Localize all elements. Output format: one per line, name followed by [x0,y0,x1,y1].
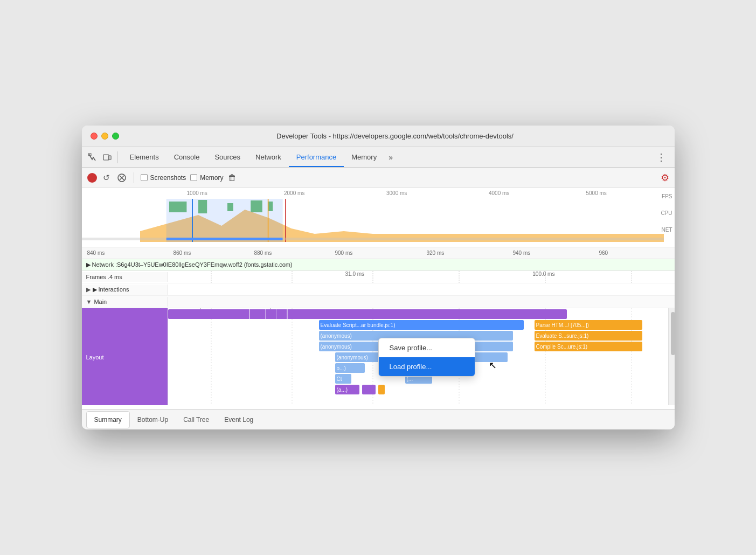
ruler-label-3: 3000 ms [386,190,407,196]
reload-button[interactable]: ↺ [101,172,112,183]
tick-900: 900 ms [335,250,353,256]
ruler-label-5: 5000 ms [586,190,607,196]
memory-checkbox-label[interactable]: Memory [190,174,223,182]
main-header-content [168,296,675,308]
tab-sources[interactable]: Sources [207,147,248,167]
toolbar: ↺ Screenshots Memory 🗑 ⚙ [82,168,675,188]
flame-parse-html[interactable]: Parse HTM.../ [705...]) [535,320,642,330]
tab-memory[interactable]: Memory [344,147,384,167]
ruler-label-1: 1000 ms [187,190,207,196]
tick-920: 920 ms [427,250,445,256]
flame-evaluate-script[interactable]: Evaluate Script...ar bundle.js:1) [319,320,524,330]
context-save-profile[interactable]: Save profile... [379,338,475,357]
tick-840: 840 ms [87,250,105,256]
mini-chart [82,199,664,242]
clear-button[interactable] [116,172,127,183]
tab-bar: Elements Console Sources Network Perform… [82,147,675,168]
tick-880: 880 ms [254,250,272,256]
svg-rect-1 [103,155,109,160]
tab-bar-icons [86,151,118,163]
flame-o[interactable]: o...) [335,363,365,373]
memory-checkbox[interactable] [190,174,197,181]
main-label-text: Main [94,299,107,305]
layout-bar [168,309,567,319]
interactions-label[interactable]: ▶ ▶ Interactions [82,285,168,295]
minimize-button[interactable] [101,133,108,140]
tab-network[interactable]: Network [248,147,289,167]
main-header-row[interactable]: ▼ Main [82,296,675,308]
toolbar-separator [134,172,134,183]
svg-rect-12 [166,199,282,242]
flame-purple-tile [362,385,376,394]
inspect-icon[interactable] [86,151,98,163]
svg-rect-18 [282,238,663,240]
interactions-row[interactable]: ▶ ▶ Interactions [82,283,675,296]
traffic-lights [91,133,119,140]
flame-evaluate-sure[interactable]: Evaluate S...sure.js:1) [535,331,642,341]
flame-yellow-tile [378,385,385,394]
screenshots-checkbox[interactable] [141,174,148,181]
detail-area: 840 ms 860 ms 880 ms 900 ms 920 ms 940 m… [82,247,675,409]
tab-performance[interactable]: Performance [289,147,344,167]
tab-summary[interactable]: Summary [86,411,130,428]
title-bar: Developer Tools - https://developers.goo… [82,126,675,147]
tab-bottom-up[interactable]: Bottom-Up [130,412,176,428]
frames-row: Frames .4 ms 31.0 ms 100.0 ms [82,271,675,283]
record-button[interactable] [87,173,97,183]
tab-call-tree[interactable]: Call Tree [176,412,217,428]
tab-console[interactable]: Console [167,147,207,167]
settings-button[interactable]: ⚙ [661,172,669,184]
scrollbar-thumb[interactable] [671,312,675,355]
ruler-label-4: 4000 ms [489,190,509,196]
ruler-label-2: 2000 ms [284,190,304,196]
trash-button[interactable]: 🗑 [228,173,237,183]
network-row[interactable]: ▶ Network :S6g4U3t–Y5UEw0IE80lIgEseQY3FE… [82,259,675,271]
time-ruler-row: 840 ms 860 ms 880 ms 900 ms 920 ms 940 m… [82,247,675,259]
flame-a-anon[interactable]: (a...) [335,385,359,394]
tab-menu-icon[interactable]: ⋮ [652,151,670,163]
tick-960: 960 [599,250,608,256]
scrollbar-track[interactable] [668,308,675,405]
timeline-overview: 1000 ms 2000 ms 3000 ms 4000 ms 5000 ms … [82,188,675,247]
tab-more-button[interactable]: » [384,153,397,162]
close-button[interactable] [91,133,98,140]
maximize-button[interactable] [112,133,119,140]
flame-section: Layout [82,308,675,405]
flame-ct[interactable]: Ct [335,374,351,384]
devtools-window: Developer Tools - https://developers.goo… [82,126,675,429]
layout-label: Layout [82,308,168,405]
context-menu: Save profile... Load profile... [378,338,475,377]
svg-rect-16 [166,238,282,240]
layout-label-text: Layout [86,354,104,360]
ruler-labels: 1000 ms 2000 ms 3000 ms 4000 ms 5000 ms [136,190,648,199]
svg-rect-17 [82,238,167,240]
frames-content: 31.0 ms 100.0 ms [168,271,675,283]
svg-rect-2 [109,156,111,159]
interactions-content [168,283,675,295]
context-load-profile[interactable]: Load profile... [379,357,475,376]
flame-compile-sc[interactable]: Compile Sc...ure.js:1) [535,342,642,351]
tab-elements[interactable]: Elements [122,147,167,167]
tick-860: 860 ms [174,250,191,256]
bottom-tabs: Summary Bottom-Up Call Tree Event Log [82,409,675,429]
device-icon[interactable] [101,151,113,163]
tab-items: Elements Console Sources Network Perform… [122,147,652,167]
main-label[interactable]: ▼ Main [82,297,168,307]
flame-chart: Evaluate Script...ar bundle.js:1) (anony… [168,308,675,405]
window-title: Developer Tools - https://developers.goo… [124,132,666,140]
screenshots-checkbox-label[interactable]: Screenshots [141,174,186,182]
tick-940: 940 ms [513,250,531,256]
frames-label: Frames .4 ms [82,272,168,282]
tab-event-log[interactable]: Event Log [217,412,261,428]
